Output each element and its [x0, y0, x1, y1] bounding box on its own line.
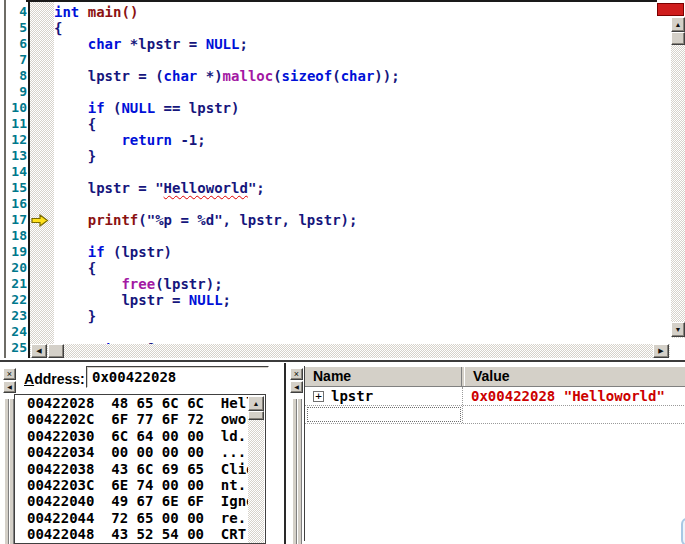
line-number[interactable]: 12	[5, 132, 27, 148]
memory-row[interactable]: 00422030 6C 64 00 00 ld..	[15, 428, 265, 444]
code-token: (	[332, 68, 340, 84]
memory-row[interactable]: 00422038 43 6C 69 65 Clie	[15, 461, 265, 477]
vertical-splitter[interactable]	[284, 363, 286, 544]
memory-row[interactable]: 00422028 48 65 6C 6C Hell	[15, 395, 265, 411]
code-token: free	[121, 276, 155, 292]
code-line-21[interactable]: free(lpstr);	[54, 276, 657, 292]
memory-row[interactable]: 0042202C 6F 77 6F 72 owor	[15, 411, 265, 427]
line-number[interactable]: 11	[5, 116, 27, 132]
watch-gripper[interactable]	[297, 399, 302, 544]
code-token	[54, 276, 121, 292]
code-line-6[interactable]: char *lpstr = NULL;	[54, 36, 657, 52]
debugger-workspace: 45678910111213141516171819202122232425 i…	[0, 0, 685, 544]
line-number[interactable]: 16	[5, 196, 27, 212]
watch-entry-focus-rect[interactable]	[307, 407, 461, 422]
h-scroll-thumb[interactable]	[48, 344, 64, 358]
code-line-20[interactable]: {	[54, 260, 657, 276]
back-arrow-icon: ◀	[294, 383, 299, 392]
memory-row[interactable]: 00422048 43 52 54 00 CRT.	[15, 526, 265, 542]
line-number[interactable]: 24	[5, 324, 27, 340]
watch-dock-button[interactable]: ◀	[290, 381, 303, 393]
current-statement-arrow-icon	[31, 214, 49, 227]
code-text-area[interactable]: int main(){ char *lpstr = NULL; lpstr = …	[54, 2, 657, 346]
v-scroll-thumb[interactable]	[671, 32, 685, 45]
memory-dock-button[interactable]: ◀	[3, 381, 16, 393]
address-label-rest: ddress:	[34, 371, 85, 387]
v-scroll-track[interactable]	[671, 17, 685, 338]
line-number[interactable]: 15	[5, 180, 27, 196]
code-line-22[interactable]: lpstr = NULL;	[54, 292, 657, 308]
code-line-4[interactable]: int main()	[54, 4, 657, 20]
line-number[interactable]: 17	[5, 212, 27, 228]
line-number[interactable]: 21	[5, 276, 27, 292]
code-line-14[interactable]	[54, 164, 657, 180]
column-header-name[interactable]: Name	[305, 367, 461, 386]
code-token: lpstr = "	[54, 180, 164, 196]
code-line-17[interactable]: printf("%p = %d", lpstr, lpstr);	[54, 212, 657, 228]
code-token: NULL	[121, 100, 155, 116]
watch-row-lpstr[interactable]: + lpstr 0x00422028 "Helloworld"	[305, 387, 685, 406]
memory-scroll-thumb[interactable]	[248, 411, 264, 420]
watch-value[interactable]: 0x00422028 "Helloworld"	[471, 388, 665, 404]
memory-hex-list[interactable]: 00422028 48 65 6C 6C Hell0042202C 6F 77 …	[14, 394, 266, 544]
scroll-left-button[interactable]: ◀	[31, 344, 47, 358]
code-line-24[interactable]	[54, 324, 657, 340]
code-token: ;	[223, 292, 231, 308]
line-number[interactable]: 20	[5, 260, 27, 276]
memory-close-button[interactable]: ×	[3, 368, 16, 380]
scroll-down-button[interactable]: ▼	[671, 322, 685, 337]
code-line-12[interactable]: return -1;	[54, 132, 657, 148]
watch-row-empty[interactable]	[305, 406, 685, 424]
code-line-9[interactable]	[54, 84, 657, 100]
line-number[interactable]: 6	[5, 36, 27, 52]
code-token: char	[341, 68, 375, 84]
code-token: char	[164, 68, 198, 84]
line-number[interactable]: 9	[5, 84, 27, 100]
code-line-23[interactable]: }	[54, 308, 657, 324]
address-input[interactable]: 0x00422028	[86, 366, 269, 388]
line-number[interactable]: 10	[5, 100, 27, 116]
line-number[interactable]: 4	[5, 4, 27, 20]
expand-plus-icon[interactable]: +	[313, 391, 324, 402]
horizontal-splitter[interactable]	[0, 360, 685, 362]
code-token: main()	[88, 4, 139, 20]
watch-name[interactable]: lpstr	[331, 388, 373, 404]
line-number[interactable]: 25	[5, 340, 27, 356]
line-number[interactable]: 14	[5, 164, 27, 180]
scroll-up-button[interactable]: ▲	[671, 17, 685, 32]
code-line-10[interactable]: if (NULL == lpstr)	[54, 100, 657, 116]
code-line-8[interactable]: lpstr = (char *)malloc(sizeof(char));	[54, 68, 657, 84]
code-line-16[interactable]	[54, 196, 657, 212]
memory-row[interactable]: 0042203C 6E 74 00 00 nt..	[15, 477, 265, 493]
memory-scrollbar[interactable]: ▲	[248, 396, 264, 544]
scroll-right-button[interactable]: ▶	[653, 344, 669, 358]
code-token	[54, 100, 88, 116]
code-line-11[interactable]: {	[54, 116, 657, 132]
code-line-19[interactable]: if (lpstr)	[54, 244, 657, 260]
line-number[interactable]: 18	[5, 228, 27, 244]
memory-scroll-up-button[interactable]: ▲	[248, 396, 264, 411]
code-editor-pane: 45678910111213141516171819202122232425 i…	[0, 0, 685, 360]
line-number[interactable]: 8	[5, 68, 27, 84]
code-line-18[interactable]	[54, 228, 657, 244]
line-number[interactable]: 7	[5, 52, 27, 68]
line-number[interactable]: 13	[5, 148, 27, 164]
memory-row[interactable]: 00422044 72 65 00 00 re..	[15, 510, 265, 526]
code-line-7[interactable]	[54, 52, 657, 68]
memory-row[interactable]: 00422034 00 00 00 00 ....	[15, 444, 265, 460]
memory-row[interactable]: 00422040 49 67 6E 6F Igno	[15, 493, 265, 509]
code-line-15[interactable]: lpstr = "Helloworld";	[54, 180, 657, 196]
line-number[interactable]: 23	[5, 308, 27, 324]
breakpoint-margin[interactable]	[30, 2, 54, 344]
editor-horizontal-scrollbar[interactable]: ◀ ▶	[30, 344, 670, 358]
code-line-5[interactable]: {	[54, 20, 657, 36]
line-number-gutter[interactable]: 45678910111213141516171819202122232425	[5, 2, 27, 360]
column-header-value[interactable]: Value	[465, 367, 685, 386]
line-number[interactable]: 19	[5, 244, 27, 260]
code-line-13[interactable]: }	[54, 148, 657, 164]
line-number[interactable]: 5	[5, 20, 27, 36]
h-scroll-track[interactable]	[30, 344, 670, 358]
watch-close-button[interactable]: ×	[290, 368, 303, 380]
line-number[interactable]: 22	[5, 292, 27, 308]
editor-vertical-scrollbar[interactable]: ▲ ▼	[671, 3, 685, 338]
